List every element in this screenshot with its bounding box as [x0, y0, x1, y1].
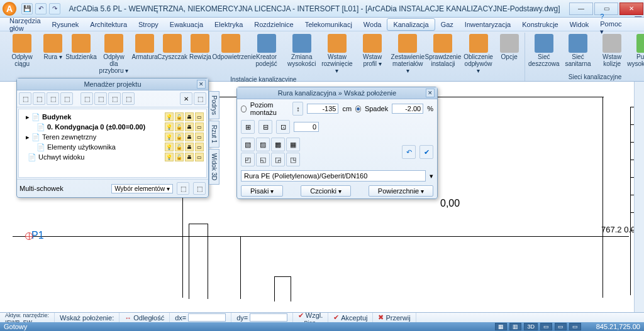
sb-button[interactable]: ▥ — [509, 323, 521, 330]
accept-icon[interactable]: ✔ — [333, 313, 339, 322]
vertical-scrollbar[interactable] — [634, 82, 644, 312]
lock-icon[interactable]: 🔓 — [175, 133, 184, 141]
ribbon-button[interactable]: Odpływ ciągu — [5, 33, 39, 75]
project-tree[interactable]: ▸📄Budynek💡🔓🖶▭📄0. Kondygnacja 0 (±0.00=0.… — [18, 109, 207, 178]
powierzchnie-button[interactable]: Powierzchnie ▾ — [369, 185, 433, 197]
wybor-elementow-combo[interactable]: Wybór elementów ▾ — [111, 184, 173, 193]
menu-konstrukcje[interactable]: Konstrukcje — [516, 19, 564, 30]
lock-icon[interactable]: 🔓 — [175, 153, 184, 161]
menu-rysunek[interactable]: Rysunek — [47, 19, 85, 30]
tree-expand-icon[interactable]: ▸ — [26, 133, 30, 141]
tool-icon[interactable]: ▦ — [286, 138, 300, 151]
toolbar-button[interactable]: ⬚ — [33, 92, 45, 105]
tool-icon[interactable]: ⊟ — [258, 120, 272, 134]
ribbon-button[interactable]: Sprawdzenie instalacji — [426, 33, 460, 75]
ribbon-button[interactable]: Armatura — [132, 33, 157, 75]
ribbon-button[interactable]: Zmiana wysokości — [285, 33, 319, 75]
tree-row[interactable]: 📄Uchwyt widoku💡🔓🖶▭ — [21, 152, 204, 162]
menu-gaz[interactable]: Gaz — [435, 19, 459, 30]
footer-button[interactable]: ⬚ — [177, 182, 189, 195]
color-swatch[interactable]: ▭ — [195, 122, 204, 131]
ribbon-button[interactable]: Kreator podejść — [250, 33, 284, 75]
ribbon-button[interactable]: Rura ▾ — [40, 33, 65, 75]
pipe-description-input[interactable] — [241, 170, 426, 182]
minimize-button[interactable]: — — [569, 3, 593, 15]
ribbon-button[interactable]: Odpowietrzenie — [214, 33, 248, 75]
panel-title[interactable]: Rura kanalizacyjna » Wskaż położenie ✕ — [237, 87, 437, 99]
tree-row[interactable]: 📄0. Kondygnacja 0 (±0.00=0.00)💡🔓🖶▭ — [21, 122, 204, 132]
app-icon[interactable]: A — [3, 2, 16, 16]
toolbar-button[interactable]: ✕ — [180, 92, 192, 105]
lock-icon[interactable]: 🔓 — [175, 112, 184, 121]
toolbar-button[interactable]: ⬚ — [122, 92, 135, 105]
check-icon[interactable]: ✔ — [298, 312, 304, 319]
color-swatch[interactable]: ▭ — [195, 143, 204, 151]
bulb-icon[interactable]: 💡 — [165, 122, 174, 131]
undo-icon[interactable]: ↶ — [402, 145, 416, 159]
undo-icon[interactable]: ↶ — [35, 3, 47, 14]
ribbon-button[interactable]: Studzienka — [67, 33, 96, 75]
print-icon[interactable]: 🖶 — [185, 143, 194, 151]
czcionki-button[interactable]: Czcionki ▾ — [301, 185, 350, 197]
tree-row[interactable]: ▸📄Budynek💡🔓🖶▭ — [21, 112, 204, 122]
print-icon[interactable]: 🖶 — [185, 112, 194, 121]
przerwij-label[interactable]: Przerwij — [386, 314, 410, 322]
tool-icon[interactable]: ◰ — [241, 153, 255, 166]
tool-icon[interactable]: ▨ — [256, 138, 270, 151]
print-icon[interactable]: 🖶 — [185, 153, 194, 161]
tree-row[interactable]: ▸📄Teren zewnętrzny💡🔓🖶▭ — [21, 132, 204, 142]
chevron-down-icon[interactable]: ▾ — [430, 172, 433, 180]
spadek-radio[interactable] — [355, 106, 361, 112]
pisaki-button[interactable]: Pisaki ▾ — [241, 185, 283, 197]
sb-button[interactable]: ▭ — [569, 323, 581, 330]
color-swatch[interactable]: ▭ — [195, 133, 204, 141]
cancel-icon[interactable]: ✖ — [378, 313, 384, 322]
color-swatch[interactable]: ▭ — [195, 112, 204, 121]
toolbar-button[interactable]: ⬚ — [194, 92, 206, 105]
ribbon-button[interactable]: Wstaw profil ▾ — [355, 33, 389, 75]
ribbon-button[interactable]: Czyszczak — [158, 33, 186, 75]
menu-widok[interactable]: Widok — [564, 19, 595, 30]
confirm-icon[interactable]: ✔ — [419, 145, 433, 159]
toolbar-button[interactable]: ⬚ — [94, 92, 107, 105]
tool-icon[interactable]: ▧ — [241, 138, 255, 151]
bulb-icon[interactable]: 💡 — [165, 153, 174, 161]
print-icon[interactable]: 🖶 — [185, 122, 194, 131]
menu-architektura[interactable]: Architektura — [84, 19, 133, 30]
sb-button[interactable]: ▭ — [555, 323, 567, 330]
ribbon-button[interactable]: Sieć sanitarna — [562, 33, 594, 68]
tool-icon[interactable]: ◲ — [271, 153, 285, 166]
tool-icon[interactable]: ⊡ — [276, 120, 290, 134]
akceptuj-label[interactable]: Akceptuj — [341, 314, 367, 322]
print-icon[interactable]: 🖶 — [185, 133, 194, 141]
dx-input[interactable] — [188, 313, 226, 322]
side-tab-podrys[interactable]: Podrys — [209, 91, 219, 119]
mdi-minimize-icon[interactable]: — — [634, 11, 642, 21]
zero-input[interactable] — [294, 122, 319, 132]
menu-telekom[interactable]: Telekomunikacj — [299, 19, 358, 30]
ribbon-button[interactable]: Wstaw rozwinięcie ▾ — [320, 33, 354, 75]
ribbon-button[interactable]: Zestawienie materiałów ▾ — [391, 33, 425, 75]
side-tab-widok3d[interactable]: Widok 3D — [209, 149, 219, 185]
ribbon-button[interactable]: Obliczenie odpływów ▾ — [462, 33, 496, 75]
toolbar-button[interactable]: ⬚ — [80, 92, 93, 105]
toolbar-button[interactable]: ⬚ — [108, 92, 121, 105]
sb-3d-button[interactable]: 3D — [524, 323, 538, 330]
lock-icon[interactable]: 🔓 — [175, 143, 184, 151]
level-icon[interactable]: ↕ — [292, 102, 303, 116]
panel-title[interactable]: Menadżer projektu ✕ — [17, 79, 208, 90]
save-icon[interactable]: 💾 — [21, 3, 33, 14]
ribbon-button[interactable]: Odpływ dla przyboru ▾ — [97, 33, 131, 75]
ribbon-button[interactable]: Opcje — [497, 33, 522, 75]
tree-expand-icon[interactable]: ▸ — [26, 113, 30, 121]
footer-button[interactable]: ⬚ — [193, 182, 206, 195]
menu-narzedzia[interactable]: Narzędzia głów — [4, 15, 47, 34]
menu-inwentaryzacja[interactable]: Inwentaryzacja — [459, 19, 516, 30]
distance-icon[interactable]: ↔ — [125, 314, 131, 322]
menu-elektryka[interactable]: Elektryka — [209, 19, 248, 30]
tool-icon[interactable]: ⊞ — [241, 120, 255, 134]
ribbon-button[interactable]: Sieć deszczowa — [528, 33, 560, 68]
menu-kanalizacja[interactable]: Kanalizacja — [387, 18, 435, 31]
menu-ewakuacja[interactable]: Ewakuacja — [164, 19, 209, 30]
ribbon-button[interactable]: Punkty wysokościowe — [630, 33, 644, 68]
